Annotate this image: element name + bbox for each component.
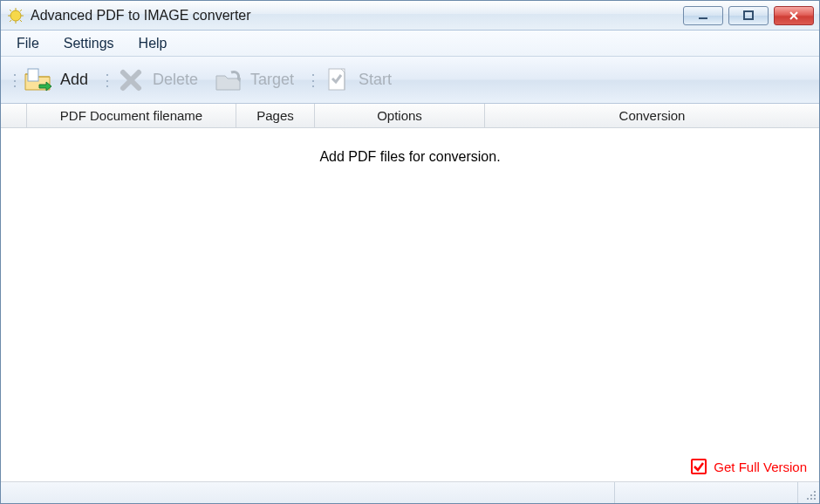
start-label: Start [359, 71, 392, 89]
menu-bar: File Settings Help [1, 31, 819, 57]
window-controls [683, 6, 814, 25]
minimize-icon [697, 10, 709, 22]
title-bar: Advanced PDF to IMAGE converter [1, 1, 819, 31]
app-icon [8, 8, 24, 24]
svg-rect-22 [807, 498, 809, 500]
start-button[interactable]: Start [318, 61, 404, 99]
col-conversion[interactable]: Conversion [485, 104, 819, 127]
toolbar-grip-icon [8, 65, 20, 96]
checkbox-icon [691, 459, 707, 474]
status-section-left [1, 482, 615, 503]
delete-button[interactable]: Delete [113, 61, 210, 99]
start-icon [322, 65, 352, 95]
toolbar-grip-icon [306, 65, 318, 96]
menu-settings[interactable]: Settings [53, 33, 125, 54]
status-section-right [615, 482, 798, 503]
close-button[interactable] [774, 6, 814, 25]
minimize-button[interactable] [683, 6, 723, 25]
toolbar: Add Delete Target [1, 57, 819, 104]
svg-rect-9 [699, 17, 707, 19]
target-label: Target [250, 71, 294, 89]
svg-rect-10 [744, 11, 753, 19]
svg-line-6 [20, 20, 22, 22]
svg-line-7 [10, 20, 11, 22]
resize-grip-icon[interactable] [798, 482, 819, 503]
svg-line-8 [20, 10, 22, 11]
svg-line-5 [10, 10, 11, 11]
menu-file[interactable]: File [6, 33, 50, 54]
target-button[interactable]: Target [210, 61, 306, 99]
delete-label: Delete [153, 71, 198, 89]
file-list-area[interactable]: Add PDF files for conversion. Get Full V… [1, 128, 819, 482]
toolbar-grip-icon [100, 65, 113, 96]
window-title: Advanced PDF to IMAGE converter [31, 8, 683, 24]
svg-point-0 [10, 10, 21, 21]
add-button[interactable]: Add [20, 61, 100, 99]
table-header: PDF Document filename Pages Options Conv… [1, 104, 819, 128]
app-window: Advanced PDF to IMAGE converter File Set… [0, 0, 820, 504]
svg-rect-13 [28, 69, 38, 81]
svg-rect-24 [814, 498, 816, 500]
add-folder-icon [24, 65, 53, 95]
add-label: Add [60, 71, 88, 89]
target-folder-icon [214, 65, 243, 95]
col-filename[interactable]: PDF Document filename [27, 104, 236, 127]
status-bar [1, 482, 819, 503]
get-full-version-label: Get Full Version [714, 460, 807, 474]
svg-rect-20 [810, 494, 812, 496]
col-rowselect[interactable] [1, 104, 27, 127]
empty-placeholder: Add PDF files for conversion. [1, 149, 819, 165]
svg-rect-21 [814, 494, 816, 496]
menu-help[interactable]: Help [128, 33, 178, 54]
delete-icon [116, 65, 146, 95]
col-pages[interactable]: Pages [236, 104, 315, 127]
maximize-icon [742, 10, 755, 22]
svg-rect-23 [810, 498, 812, 500]
maximize-button[interactable] [728, 6, 769, 25]
close-icon [788, 10, 800, 22]
svg-rect-19 [814, 491, 816, 493]
get-full-version-link[interactable]: Get Full Version [691, 459, 807, 474]
col-options[interactable]: Options [315, 104, 485, 127]
